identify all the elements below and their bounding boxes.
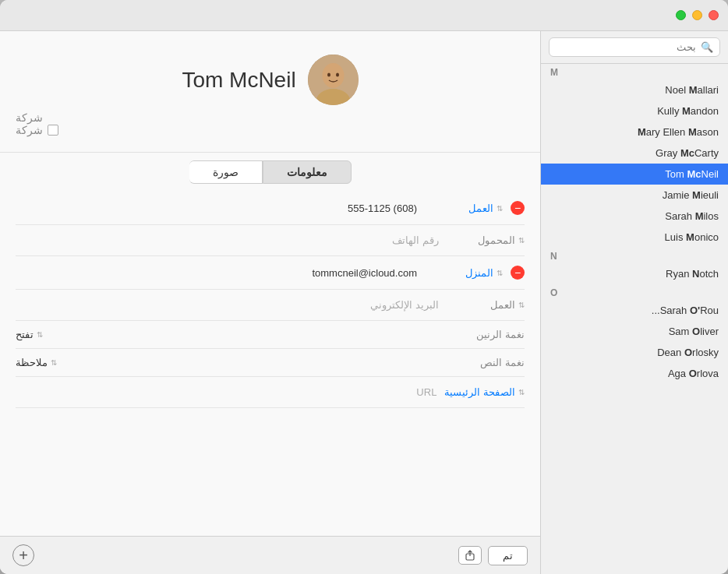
- email-home-row: − ⇅ المنزل tommcneil@icloud.com: [16, 256, 525, 290]
- add-field-button[interactable]: +: [12, 544, 34, 566]
- company-row: شركة: [16, 111, 525, 124]
- company-label: شركة: [16, 111, 43, 124]
- app-window: Tom McNeil: [0, 0, 728, 574]
- contact-item-orlosky[interactable]: Dean Orlosky: [541, 342, 728, 363]
- tab-info[interactable]: معلومات: [263, 160, 352, 184]
- contact-header: Tom McNeil: [0, 31, 540, 153]
- section-header-n: N: [541, 248, 728, 263]
- company-checkbox[interactable]: [48, 125, 58, 136]
- company-checkbox-label: شركة: [16, 124, 43, 136]
- email-work-label[interactable]: ⇅ العمل: [447, 299, 525, 311]
- contact-item-mcneil[interactable]: Tom McNeil: [541, 164, 728, 185]
- contact-item-mallari[interactable]: Noel Mallari: [541, 79, 728, 100]
- contact-name: Tom McNeil: [182, 68, 295, 93]
- content-area: Tom McNeil: [0, 31, 728, 574]
- contact-item-mandon[interactable]: Kully Mandon: [541, 100, 728, 121]
- phone-mobile-label[interactable]: ⇅ المحمول: [447, 234, 525, 246]
- contacts-scroll: M Noel Mallari Kully Mandon Mary Ellen M…: [541, 64, 728, 574]
- contacts-list-panel: 🔍 M Noel Mallari Kully Mandon Mary Ellen…: [541, 31, 728, 574]
- contact-item-mason[interactable]: Mary Ellen Mason: [541, 121, 728, 143]
- done-button[interactable]: تم: [488, 546, 528, 565]
- url-row: ⇅ الصفحة الرئيسية URL: [16, 377, 525, 408]
- traffic-lights: [676, 10, 719, 20]
- phone-mobile-row: ⇅ المحمول رقم الهاتف: [16, 225, 525, 256]
- phone-work-value[interactable]: (608) 555-1125: [16, 202, 417, 214]
- contact-item-monico[interactable]: Luis Monico: [541, 227, 728, 248]
- minimize-button[interactable]: [692, 10, 702, 20]
- contact-item-mccarty[interactable]: Gray McCarty: [541, 143, 728, 164]
- maximize-button[interactable]: [676, 10, 686, 20]
- url-value[interactable]: URL: [16, 386, 436, 398]
- remove-phone-button[interactable]: −: [511, 201, 525, 215]
- tabs-row: معلومات صورة: [0, 153, 540, 192]
- email-work-row: ⇅ العمل البريد الإلكتروني: [16, 290, 525, 321]
- email-home-label[interactable]: ⇅ المنزل: [425, 267, 503, 279]
- section-header-o: O: [541, 284, 728, 300]
- search-input[interactable]: [556, 41, 696, 53]
- search-input-wrapper[interactable]: 🔍: [549, 37, 720, 57]
- contact-name-area: Tom McNeil: [16, 55, 525, 105]
- phone-work-label[interactable]: ⇅ العمل: [425, 202, 503, 214]
- svg-point-1: [322, 63, 344, 88]
- share-icon: [465, 550, 475, 561]
- search-bar: 🔍: [541, 31, 728, 64]
- email-work-value[interactable]: البريد الإلكتروني: [16, 299, 439, 311]
- search-icon: 🔍: [701, 41, 713, 53]
- close-button[interactable]: [709, 10, 719, 20]
- texttone-value[interactable]: ⇅ ملاحظة: [16, 357, 439, 368]
- avatar: [308, 55, 359, 105]
- contact-item-notch[interactable]: Ryan Notch: [541, 263, 728, 284]
- texttone-row: نغمة النص ⇅ ملاحظة: [16, 349, 525, 377]
- contact-item-orou[interactable]: Sarah O'Rou...: [541, 300, 728, 321]
- contact-item-oliver[interactable]: Sam Oliver: [541, 321, 728, 342]
- form-area: − ⇅ العمل (608) 555-1125 ⇅ المحمول رقم ا…: [0, 192, 540, 536]
- contact-item-milos[interactable]: Sarah Milos: [541, 206, 728, 227]
- svg-point-4: [336, 73, 339, 77]
- bottom-bar: + تم: [0, 536, 540, 574]
- share-button[interactable]: [458, 546, 482, 565]
- ringtone-value[interactable]: ⇅ تفتح: [16, 329, 439, 340]
- tab-photo[interactable]: صورة: [189, 160, 263, 184]
- url-label[interactable]: ⇅ الصفحة الرئيسية: [444, 386, 525, 398]
- contact-detail-panel: Tom McNeil: [0, 31, 541, 574]
- section-header-m: M: [541, 64, 728, 79]
- svg-point-3: [327, 73, 330, 77]
- texttone-label: نغمة النص: [447, 357, 525, 368]
- remove-email-button[interactable]: −: [511, 266, 525, 280]
- contact-item-orlova[interactable]: Aga Orlova: [541, 363, 728, 384]
- phone-mobile-value[interactable]: رقم الهاتف: [16, 234, 439, 246]
- company-checkbox-row: شركة: [16, 124, 525, 136]
- bottom-left-buttons: تم: [458, 546, 528, 565]
- ringtone-row: نغمة الرنين ⇅ تفتح: [16, 321, 525, 349]
- ringtone-label: نغمة الرنين: [447, 329, 525, 340]
- contact-item-mieuli[interactable]: Jamie Mieuli: [541, 185, 728, 206]
- phone-work-row: − ⇅ العمل (608) 555-1125: [16, 192, 525, 225]
- titlebar: [0, 0, 728, 31]
- email-home-value[interactable]: tommcneil@icloud.com: [16, 267, 417, 279]
